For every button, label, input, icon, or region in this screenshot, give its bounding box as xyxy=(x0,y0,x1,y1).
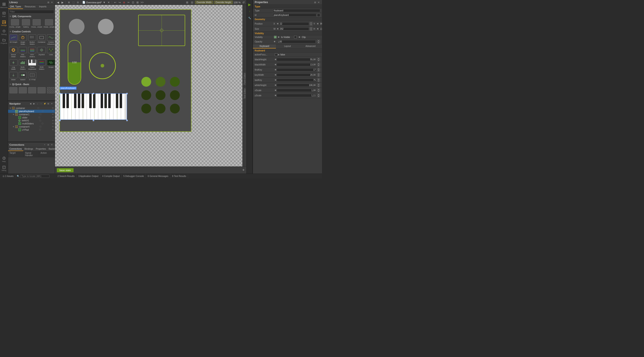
comp-leds[interactable]: Leds xyxy=(46,46,55,58)
comp-button-matrix[interactable]: Button Matrix xyxy=(28,34,37,46)
yscale-up[interactable]: ▲ xyxy=(317,93,320,95)
nav-item-container[interactable]: ▼ c container ☐ 👁 xyxy=(8,107,55,110)
creative-controls-header[interactable]: ▼ Creative Controls xyxy=(8,30,55,33)
nav-eye-xYPad[interactable]: 👁 xyxy=(52,129,54,131)
comp-qt2[interactable] xyxy=(18,86,27,94)
comp-donut-slider[interactable]: Donut Slider xyxy=(9,46,18,58)
comp-hsv-sliders[interactable]: HSV Sliders xyxy=(28,46,37,58)
component-item-ossia2[interactable]: Ossia...ample xyxy=(43,18,55,28)
filename-arrow-btn[interactable]: ▼ xyxy=(102,0,106,4)
tool-btn[interactable]: 🔧 xyxy=(247,15,252,20)
activefocu-checkbox[interactable] xyxy=(275,53,278,56)
blackheight-down[interactable]: ▼ xyxy=(317,59,320,61)
props-close-btn[interactable]: ✕ xyxy=(317,1,320,4)
comp-cosine[interactable]: Cosine Influence xyxy=(46,34,55,46)
nav-item-pianoKeyboard[interactable]: ▶ P pianoKeyboard ☐ 👁 xyxy=(8,110,55,113)
is-visible-checkbox[interactable] xyxy=(274,36,276,38)
nav-eye-switch1[interactable]: 👁 xyxy=(52,119,54,122)
nav-check-slider[interactable]: ☐ xyxy=(38,116,40,119)
nav-check-container1[interactable]: ☐ xyxy=(40,113,41,115)
whiteheight-up[interactable]: ▲ xyxy=(317,83,320,85)
library-tab-imports[interactable]: Imports xyxy=(37,5,48,9)
component-item-ossia1[interactable]: Ossia...ample xyxy=(31,18,43,28)
home-btn[interactable]: ⊞ xyxy=(67,0,71,4)
keywidth-down[interactable]: ▼ xyxy=(317,75,320,77)
w-down-btn[interactable]: ▼ xyxy=(310,29,312,31)
library-expand-btn[interactable]: ⊞ xyxy=(47,1,50,4)
icon-bar-item-debug[interactable]: Debug xyxy=(0,28,8,37)
icon-bar-item-debug-bottom[interactable]: Debug xyxy=(0,164,8,173)
nav-eye-container[interactable]: 👁 xyxy=(52,107,54,109)
nav-eye-piano[interactable]: 👁 xyxy=(52,110,54,112)
nav-add-btn[interactable]: ⊞ xyxy=(47,102,50,105)
x-down-btn[interactable]: ▼ xyxy=(310,24,312,26)
opacity-up-btn[interactable]: ▲ xyxy=(317,39,320,41)
component-item-gallery[interactable]: Gallery xyxy=(22,18,30,28)
nav-check-container4[interactable]: ☐ xyxy=(40,126,41,128)
handle-tc[interactable] xyxy=(93,93,94,94)
zoom-reset-btn[interactable]: ↺ xyxy=(242,0,246,4)
nav-forward-btn[interactable]: ▶ xyxy=(32,102,36,105)
firstkey-input[interactable] xyxy=(276,68,317,71)
align-btn[interactable]: ⊟ xyxy=(76,0,80,4)
undo-btn[interactable]: ↩ xyxy=(113,0,117,4)
xscale-up[interactable]: ▲ xyxy=(317,88,320,90)
vtab-text-editor[interactable]: Text Editor xyxy=(242,86,246,100)
comp-rgb-sliders[interactable]: RGB Sliders xyxy=(37,59,46,71)
blackheight-up[interactable]: ▲ xyxy=(317,57,320,59)
handle-br[interactable] xyxy=(126,120,128,121)
close-file-btn[interactable]: ✕ xyxy=(107,0,111,4)
nav-eye-container4[interactable]: 👁 xyxy=(52,126,54,128)
handle-bl[interactable] xyxy=(59,120,60,121)
handle-bc[interactable] xyxy=(93,120,94,121)
nav-item-switch1[interactable]: ▶ switch1 ☐ 👁 xyxy=(8,119,55,122)
firstkey-down[interactable]: ▼ xyxy=(317,70,320,72)
comp-qt4[interactable] xyxy=(37,86,46,94)
conn-expand-btn[interactable]: ⊞ xyxy=(47,143,50,146)
handle-tl[interactable] xyxy=(59,93,60,94)
icon-bar-item-help[interactable]: Help xyxy=(0,155,8,164)
redo-btn[interactable]: ↪ xyxy=(118,0,122,4)
nav-back-btn[interactable]: ◀ xyxy=(29,102,32,105)
nav-item-container1[interactable]: ▼ c container1 ☐ 👁 xyxy=(8,113,55,116)
opacity-down-btn[interactable]: ▼ xyxy=(317,41,320,43)
copy-btn[interactable]: ⊡ xyxy=(131,0,135,4)
nav-filter-btn[interactable]: ⚡ xyxy=(43,102,46,105)
blackwidth-up[interactable]: ▲ xyxy=(317,62,320,64)
bottom-app-output[interactable]: 3 Application Output xyxy=(76,174,100,178)
base-state-btn[interactable]: base state xyxy=(57,168,74,172)
nav-check-container[interactable]: ☐ xyxy=(37,107,39,109)
design-canvas[interactable]: 0.50 xyxy=(60,9,192,132)
qt-quick-basic-header[interactable]: ▼ Qt Quick - Basic xyxy=(8,83,55,86)
add-state-btn[interactable]: + xyxy=(242,168,245,172)
override-height-btn[interactable]: Override Height xyxy=(214,1,233,4)
type-input[interactable] xyxy=(272,9,320,12)
conn-close-btn[interactable]: ✕ xyxy=(50,143,54,146)
comp-joystick[interactable]: Joystick xyxy=(37,46,46,58)
props-tab-layout[interactable]: Layout xyxy=(276,44,299,48)
xscale-down[interactable]: ▼ xyxy=(317,90,320,92)
cut-btn[interactable]: ✂ xyxy=(126,0,130,4)
comp-container[interactable]: Container xyxy=(37,34,46,46)
conn-tab-connections[interactable]: Connections xyxy=(8,147,23,151)
component-item-conta[interactable]: Conta...ample xyxy=(9,18,21,28)
nav-check-piano[interactable]: ☐ xyxy=(42,110,44,112)
qml-components-header[interactable]: ▼ QML Components xyxy=(8,15,55,18)
w-input[interactable] xyxy=(279,27,309,31)
icon-bar-item-projects[interactable]: Projects xyxy=(0,37,8,45)
library-close-btn[interactable]: ✕ xyxy=(50,1,54,4)
vtab-form-editor[interactable]: Form Editor xyxy=(242,71,246,86)
x-up-btn[interactable]: ▲ xyxy=(310,22,312,24)
lastkey-up[interactable]: ▲ xyxy=(317,78,320,80)
conn-tab-properties[interactable]: Properties xyxy=(34,147,48,151)
icon-bar-item-welcome[interactable]: Welcome xyxy=(0,1,8,10)
comp-1d-graph[interactable]: 1D Graph xyxy=(9,34,18,46)
h-input[interactable] xyxy=(319,27,322,31)
id-icon-btn[interactable] xyxy=(317,14,320,17)
props-tab-advanced[interactable]: Advanced xyxy=(299,44,322,48)
nav-item-xYPad[interactable]: ▶ X xYPad ☐ 👁 xyxy=(8,128,55,131)
snap-btn[interactable]: ⊞ xyxy=(185,0,189,4)
id-input[interactable] xyxy=(272,13,316,17)
nav-check-switch1[interactable]: ☐ xyxy=(39,119,41,122)
nav-item-slider[interactable]: ▶ S slider ☐ 👁 xyxy=(8,116,55,119)
